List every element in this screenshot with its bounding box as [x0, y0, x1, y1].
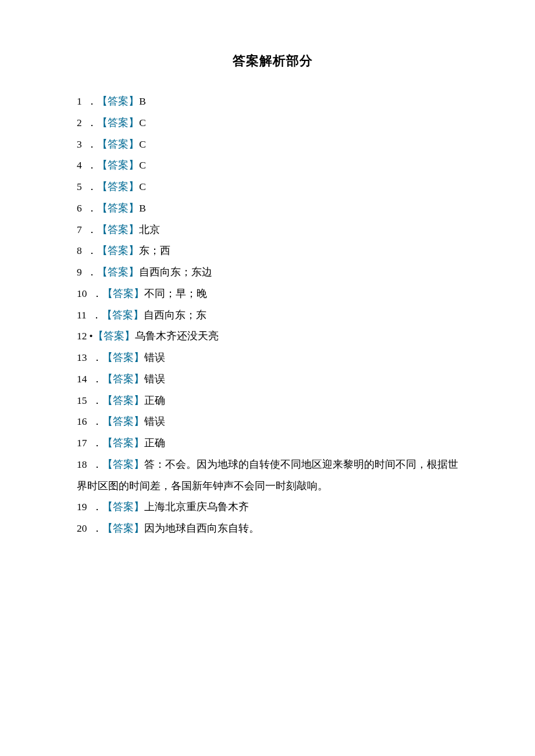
answer-item: 6 ．【答案】B — [77, 198, 468, 219]
item-separator: ． — [92, 522, 102, 534]
answer-item: 12•【答案】乌鲁木齐还没天亮 — [77, 325, 468, 347]
answer-content: 乌鲁木齐还没天亮 — [135, 330, 219, 342]
item-number: 12 — [77, 330, 87, 342]
answer-content: 自西向东；东边 — [139, 266, 212, 278]
answer-item: 20 ．【答案】因为地球自西向东自转。 — [77, 518, 468, 539]
answer-content: 正确 — [144, 395, 165, 406]
answer-content: B — [139, 95, 146, 107]
item-number: 20 — [77, 522, 87, 534]
item-number: 2 — [77, 117, 82, 128]
answer-label: 【答案】 — [102, 309, 144, 321]
page-title: 答案解析部分 — [77, 52, 468, 70]
answer-label: 【答案】 — [97, 224, 139, 235]
answer-label: 【答案】 — [97, 245, 139, 256]
item-separator: ． — [92, 501, 102, 513]
item-number: 15 — [77, 395, 87, 406]
answer-item: 4 ．【答案】C — [77, 155, 468, 176]
answer-content: 正确 — [144, 437, 165, 449]
item-number: 3 — [77, 138, 82, 150]
item-number: 1 — [77, 95, 82, 107]
answer-label: 【答案】 — [102, 415, 144, 427]
answer-label: 【答案】 — [97, 202, 139, 214]
item-separator: ． — [87, 181, 97, 192]
item-separator: ． — [87, 95, 97, 107]
answer-content: C — [139, 181, 146, 192]
item-number: 8 — [77, 245, 82, 256]
item-separator: ． — [87, 202, 97, 214]
answer-content: 东；西 — [139, 245, 170, 256]
answer-label: 【答案】 — [102, 373, 144, 385]
item-number: 18 — [77, 458, 87, 470]
answer-item: 15 ．【答案】正确 — [77, 390, 468, 411]
item-separator: ． — [87, 245, 97, 256]
item-number: 6 — [77, 202, 82, 214]
item-separator: ． — [87, 117, 97, 128]
item-number: 16 — [77, 415, 87, 427]
answer-content: 错误 — [144, 415, 165, 427]
answer-content: 自西向东；东 — [144, 309, 206, 321]
answer-item: 8 ．【答案】东；西 — [77, 240, 468, 261]
answer-item: 7 ．【答案】北京 — [77, 219, 468, 241]
answer-content: 因为地球自西向东自转。 — [144, 522, 259, 534]
item-separator: ． — [92, 288, 102, 299]
answer-label: 【答案】 — [97, 95, 139, 107]
item-number: 14 — [77, 373, 87, 385]
answer-content: C — [139, 138, 146, 150]
item-separator: ． — [91, 309, 102, 321]
item-separator: ． — [87, 266, 97, 278]
answer-item: 11 ．【答案】自西向东；东 — [77, 304, 468, 326]
item-separator: ． — [87, 224, 97, 235]
answer-list: 1 ．【答案】B2 ．【答案】C3 ．【答案】C4 ．【答案】C5 ．【答案】C… — [77, 91, 468, 539]
item-separator: ． — [92, 395, 102, 406]
answer-label: 【答案】 — [97, 117, 139, 128]
answer-item: 2 ．【答案】C — [77, 112, 468, 134]
answer-content: 上海北京重庆乌鲁木齐 — [144, 501, 249, 513]
answer-label: 【答案】 — [102, 458, 144, 470]
answer-content: 不同；早；晚 — [144, 288, 207, 299]
answer-item: 16 ．【答案】错误 — [77, 411, 468, 432]
page-container: 答案解析部分 1 ．【答案】B2 ．【答案】C3 ．【答案】C4 ．【答案】C5… — [0, 0, 535, 574]
answer-item: 14 ．【答案】错误 — [77, 368, 468, 390]
item-number: 4 — [77, 159, 82, 171]
item-separator: ． — [92, 352, 102, 363]
item-number: 10 — [77, 288, 87, 299]
answer-label: 【答案】 — [102, 437, 144, 449]
answer-content: 错误 — [144, 352, 165, 363]
answer-content: 错误 — [144, 373, 165, 385]
answer-label: 【答案】 — [93, 330, 135, 342]
item-separator: ． — [92, 458, 102, 470]
item-number: 13 — [77, 352, 87, 363]
item-number: 7 — [77, 224, 82, 235]
answer-item: 13 ．【答案】错误 — [77, 347, 468, 368]
answer-content: B — [139, 202, 146, 214]
item-separator: ． — [92, 415, 102, 427]
answer-content: C — [139, 159, 146, 171]
item-separator: ． — [92, 373, 102, 385]
answer-item: 3 ．【答案】C — [77, 134, 468, 155]
answer-label: 【答案】 — [97, 138, 139, 150]
answer-item: 19 ．【答案】上海北京重庆乌鲁木齐 — [77, 496, 468, 518]
item-number: 17 — [77, 437, 87, 449]
answer-label: 【答案】 — [97, 181, 139, 192]
item-number: 9 — [77, 266, 82, 278]
item-separator: ． — [87, 159, 97, 171]
answer-item: 10 ．【答案】不同；早；晚 — [77, 283, 468, 304]
answer-label: 【答案】 — [102, 395, 144, 406]
answer-item: 9 ．【答案】自西向东；东边 — [77, 261, 468, 283]
item-number: 11 — [77, 309, 87, 321]
answer-item: 1 ．【答案】B — [77, 91, 468, 112]
item-number: 19 — [77, 501, 87, 513]
item-number: 5 — [77, 181, 82, 192]
answer-item: 17 ．【答案】正确 — [77, 432, 468, 454]
item-separator: ． — [87, 138, 97, 150]
answer-label: 【答案】 — [102, 522, 144, 534]
answer-label: 【答案】 — [102, 288, 144, 299]
answer-content: C — [139, 117, 146, 128]
answer-label: 【答案】 — [97, 266, 139, 278]
answer-item: 18 ．【答案】答：不会。因为地球的自转使不同地区迎来黎明的时间不同，根据世界时… — [77, 454, 468, 497]
answer-label: 【答案】 — [97, 159, 139, 171]
answer-item: 5 ．【答案】C — [77, 176, 468, 198]
item-separator: ． — [92, 437, 102, 449]
answer-label: 【答案】 — [102, 501, 144, 513]
answer-content: 北京 — [139, 224, 160, 235]
